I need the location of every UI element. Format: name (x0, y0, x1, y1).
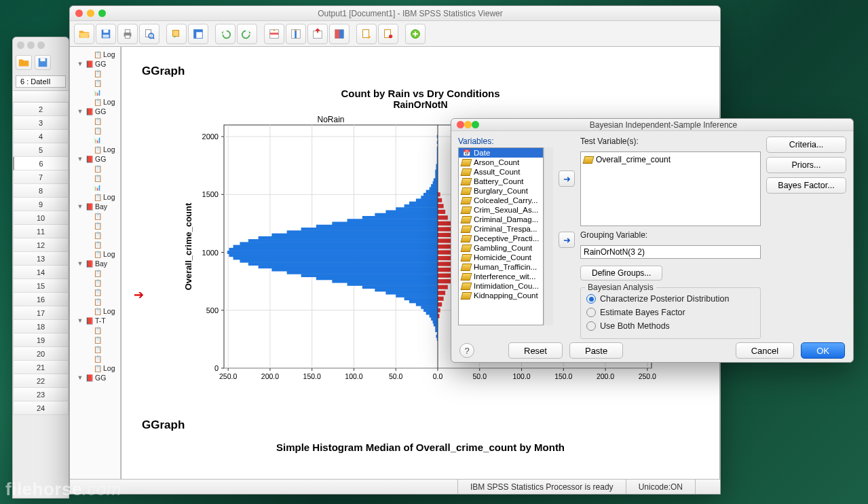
grouping-variable-input[interactable] (580, 245, 761, 259)
move-to-test-button[interactable]: ➜ (559, 170, 575, 187)
outline-node[interactable]: Log (70, 97, 120, 107)
row-header[interactable]: 2 (13, 103, 69, 116)
minimize-icon[interactable] (87, 10, 94, 17)
variables-listbox[interactable]: 📅DateArson_CountAssult_CountBattery_Coun… (458, 147, 544, 325)
variable-item[interactable]: Battery_Count (459, 177, 543, 186)
variable-item[interactable]: Assult_Count (459, 167, 543, 177)
outline-node[interactable]: Log (70, 192, 120, 202)
variable-item[interactable]: Criminal_Trespa... (459, 224, 543, 234)
outline-node[interactable]: ▼GG (70, 373, 120, 382)
outline-node[interactable] (70, 354, 120, 363)
outline-node[interactable]: Log (70, 50, 120, 59)
variable-item[interactable]: Burglary_Count (459, 186, 543, 196)
row-header[interactable]: 11 (13, 225, 69, 238)
row-header[interactable]: 7 (13, 170, 69, 184)
maximize-icon[interactable] (98, 10, 106, 17)
row-header[interactable]: 24 (13, 401, 69, 415)
row-header[interactable]: 17 (13, 306, 69, 320)
outline-node[interactable] (70, 344, 120, 354)
row-header[interactable]: 10 (13, 211, 69, 225)
move-to-grouping-button[interactable]: ➜ (559, 232, 575, 248)
select-button[interactable] (329, 24, 350, 44)
export-button[interactable] (356, 24, 377, 44)
variable-item[interactable]: Arson_Count (459, 158, 543, 167)
outline-node[interactable]: ▼T-T (70, 316, 120, 325)
outline-node[interactable] (70, 240, 120, 249)
row-header[interactable]: 18 (13, 320, 69, 334)
outline-node[interactable] (70, 116, 120, 126)
variable-item[interactable]: 📅Date (459, 148, 543, 158)
dialog-max-icon[interactable] (472, 121, 479, 128)
row-header[interactable]: 16 (13, 293, 69, 306)
row-header[interactable]: 6 (13, 157, 69, 170)
dialog-min-icon[interactable] (464, 121, 472, 128)
row-header[interactable]: 9 (13, 198, 69, 211)
variable-item[interactable]: Gambling_Count (459, 243, 543, 253)
row-header[interactable]: 4 (13, 130, 69, 143)
close-icon[interactable] (75, 10, 83, 17)
outline-node[interactable] (70, 183, 120, 192)
row-header[interactable]: 5 (13, 143, 69, 157)
outline-node[interactable] (70, 164, 120, 173)
paste-button[interactable]: Paste (569, 342, 623, 359)
outline-node[interactable]: Log (70, 145, 120, 154)
row-header[interactable]: 14 (13, 266, 69, 279)
variable-item[interactable]: Crim_Sexual_As... (459, 205, 543, 215)
outline-node[interactable] (70, 69, 120, 78)
reset-button[interactable]: Reset (508, 342, 563, 359)
row-header[interactable]: 3 (13, 116, 69, 130)
outline-node[interactable] (70, 173, 120, 183)
variable-item[interactable]: Colcealed_Carry... (459, 196, 543, 205)
row-header[interactable]: 19 (13, 334, 69, 347)
outline-node[interactable] (70, 230, 120, 240)
outline-node[interactable] (70, 211, 120, 221)
variables-scrollbar[interactable] (544, 147, 553, 325)
goto-variable-button[interactable] (286, 24, 306, 44)
outline-node[interactable] (70, 135, 120, 145)
insert-button[interactable] (307, 24, 328, 44)
viewer-titlebar[interactable]: Output1 [Document1] - IBM SPSS Statistic… (70, 6, 720, 21)
row-header[interactable]: 8 (13, 184, 69, 198)
row-header[interactable]: 12 (13, 238, 69, 252)
outline-node[interactable]: Log (70, 306, 120, 316)
outline-node[interactable] (70, 78, 120, 88)
outline-node[interactable] (70, 221, 120, 230)
row-header[interactable]: 22 (13, 374, 69, 388)
goto-case-button[interactable] (264, 24, 284, 44)
outline-node[interactable] (70, 325, 120, 335)
outline-node[interactable] (70, 335, 120, 344)
outline-node[interactable] (70, 278, 120, 287)
dialog-titlebar[interactable]: Bayesian Independent-Sample Inference (451, 119, 853, 131)
test-variables-box[interactable]: Overall_crime_count (580, 151, 761, 226)
status-resize-icon[interactable] (695, 480, 720, 494)
variable-item[interactable]: Kidnapping_Count (459, 291, 543, 300)
outline-node[interactable] (70, 297, 120, 306)
outline-node[interactable]: ▼Bay (70, 202, 120, 211)
radio-estimate[interactable]: Estimate Bayes Factor (586, 306, 755, 319)
save-icon[interactable] (35, 55, 51, 70)
define-groups-button[interactable]: Define Groups... (580, 266, 662, 281)
row-header[interactable]: 15 (13, 279, 69, 293)
outline-node[interactable]: ▼GG (70, 59, 120, 69)
print-button[interactable] (117, 24, 138, 44)
save-button[interactable] (96, 24, 116, 44)
variable-item[interactable]: Criminal_Damag... (459, 215, 543, 224)
variable-item[interactable]: Intimidation_Cou... (459, 281, 543, 291)
radio-both[interactable]: Use Both Methods (586, 319, 755, 333)
variable-item[interactable]: Deceptive_Practi... (459, 234, 543, 243)
redo-button[interactable] (237, 24, 257, 44)
variable-item[interactable]: Homicide_Count (459, 253, 543, 262)
outline-node[interactable]: Log (70, 363, 120, 373)
undo-button[interactable] (215, 24, 235, 44)
bayes-factor-button[interactable]: Bayes Factor... (766, 177, 846, 194)
add-button[interactable] (405, 24, 426, 44)
cancel-button[interactable]: Cancel (736, 342, 794, 359)
outline-node[interactable] (70, 126, 120, 135)
open-file-icon[interactable] (16, 55, 32, 70)
dialog-close-icon[interactable] (457, 121, 464, 128)
ok-button[interactable]: OK (801, 342, 845, 359)
traffic-close-icon[interactable] (17, 41, 24, 49)
row-header[interactable]: 21 (13, 361, 69, 374)
print-preview-button[interactable] (139, 24, 159, 44)
variable-item[interactable]: Interference_wit... (459, 272, 543, 281)
